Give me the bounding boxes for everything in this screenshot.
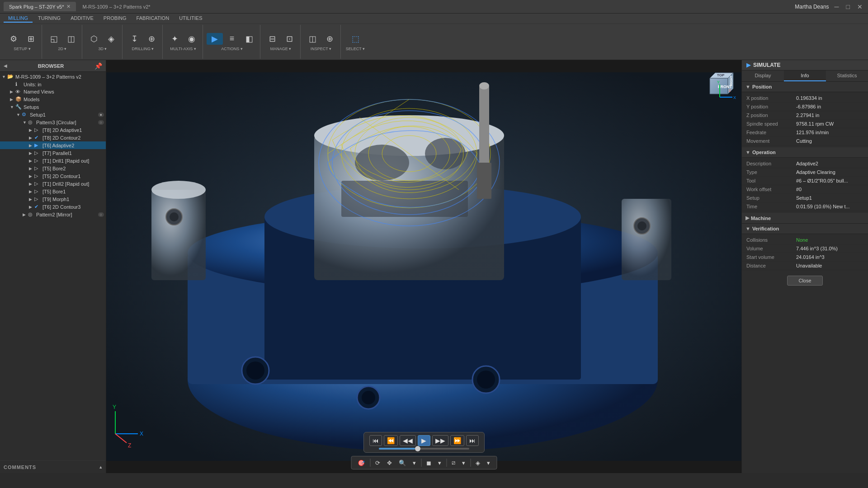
tree-models[interactable]: ▶ 📦 Models xyxy=(0,95,106,103)
viewcube[interactable]: FRONT TOP RIGHT X Y Z xyxy=(701,65,737,101)
tab-utilities[interactable]: UTILITIES xyxy=(175,14,207,23)
view-section-dropdown[interactable]: ▾ xyxy=(459,459,468,467)
viewport[interactable]: X Y Z FRONT TOP xyxy=(106,60,741,473)
view-zoom[interactable]: 🔍 xyxy=(396,459,409,467)
select-btn[interactable]: ⬚ xyxy=(347,33,363,45)
playback-fast-forward[interactable]: ⏩ xyxy=(450,435,464,446)
playback-to-start[interactable]: ⏮ xyxy=(369,435,382,446)
tree-setups[interactable]: ▼ 🔧 Setups xyxy=(0,103,106,111)
view-sep1 xyxy=(370,459,370,467)
playback-forward[interactable]: ▶▶ xyxy=(432,435,448,446)
view-pan[interactable]: ✥ xyxy=(384,459,395,467)
collisions-label: Collisions xyxy=(746,237,796,243)
playback-to-end[interactable]: ⏭ xyxy=(466,435,479,446)
multiaxis-label: MULTI-AXIS ▾ xyxy=(170,47,196,51)
playback-fast-back[interactable]: ⏪ xyxy=(384,435,398,446)
view-zoom-dropdown[interactable]: ▾ xyxy=(410,459,419,467)
view-orbit[interactable]: ⟳ xyxy=(373,459,383,467)
close-button[interactable]: Close xyxy=(787,276,822,286)
tree-op-adaptive2[interactable]: ▶ ▶ [T6] Adaptive2 xyxy=(0,141,106,149)
tree-pattern3[interactable]: ▼ ◎ Pattern3 [Circular] ○ xyxy=(0,118,106,126)
sidebar-pin-icon[interactable]: 📌 xyxy=(94,62,102,70)
view-effects[interactable]: ◈ xyxy=(473,459,483,467)
position-title: Position xyxy=(752,84,772,89)
operation-section-header[interactable]: ▼ Operation xyxy=(742,147,868,158)
2d-btn2[interactable]: ◫ xyxy=(63,33,79,45)
multiaxis-btn1[interactable]: ✦ xyxy=(166,33,183,45)
tree-op-contour1[interactable]: ▶ ▷ [T5] 2D Contour1 xyxy=(0,172,106,180)
movement-label: Movement xyxy=(746,138,796,144)
tree-op-contour3[interactable]: ▶ ✔ [T6] 2D Contour3 xyxy=(0,203,106,211)
svg-text:Y: Y xyxy=(717,80,720,84)
playback-slider[interactable] xyxy=(379,448,469,450)
3d-btn1[interactable]: ⬡ xyxy=(86,33,102,45)
work-offset-label: Work offset xyxy=(746,187,796,192)
view-display-dropdown[interactable]: ▾ xyxy=(435,459,444,467)
rpanel-tab-display[interactable]: Display xyxy=(742,70,784,81)
actions-btn3[interactable]: ◧ xyxy=(241,33,257,45)
toolbar-group-select: ⬚ SELECT ▾ xyxy=(342,25,369,59)
setup-button[interactable]: ⚙ xyxy=(5,33,22,45)
inspect-btn2[interactable]: ⊕ xyxy=(321,33,338,45)
tree-op-parallel1[interactable]: ▶ ▷ [T7] Parallel1 xyxy=(0,149,106,157)
tree-op-drill2[interactable]: ▶ ▷ [T1] Drill2 [Rapid out] xyxy=(0,180,106,188)
rpanel-tab-statistics[interactable]: Statistics xyxy=(826,70,868,81)
y-position-value: -6.87986 in xyxy=(796,104,863,109)
playback-thumb[interactable] xyxy=(415,446,420,451)
position-section-header[interactable]: ▼ Position xyxy=(742,82,868,92)
comments-expand-icon[interactable]: ▴ xyxy=(99,464,102,470)
inspect-btn1[interactable]: ◫ xyxy=(304,33,321,45)
tab-additive[interactable]: ADDITIVE xyxy=(66,14,98,23)
minimize-button[interactable]: ─ xyxy=(833,3,841,10)
sidebar: ◀ BROWSER 📌 ▼ 📂 M-RS-1009 – 3+2 Patterns… xyxy=(0,60,106,473)
svg-rect-31 xyxy=(622,199,671,280)
tree-op-bore2[interactable]: ▶ ▷ [T5] Bore2 xyxy=(0,164,106,172)
sidebar-collapse-icon[interactable]: ◀ xyxy=(4,63,7,68)
prop-z-position: Z position 2.27941 in xyxy=(742,111,868,120)
manage-btn1[interactable]: ⊟ xyxy=(264,33,280,45)
simulate-icon: ▶ xyxy=(746,62,750,68)
multiaxis-btn2[interactable]: ◉ xyxy=(184,33,200,45)
verification-title: Verification xyxy=(752,226,779,231)
actions-btn2[interactable]: ≡ xyxy=(224,33,240,45)
maximize-button[interactable]: □ xyxy=(844,3,852,10)
drill-btn1[interactable]: ↧ xyxy=(126,33,142,45)
tree-op-bore1[interactable]: ▶ ▷ [T5] Bore1 xyxy=(0,188,106,195)
tab-probing[interactable]: PROBING xyxy=(99,14,131,23)
tab-fabrication[interactable]: FABRICATION xyxy=(132,14,174,23)
actions-btn1[interactable]: ▶ xyxy=(207,33,223,45)
2d-btn1[interactable]: ◱ xyxy=(46,33,62,45)
view-effects-dropdown[interactable]: ▾ xyxy=(484,459,493,467)
close-button[interactable]: ✕ xyxy=(855,3,864,10)
tree-named-views[interactable]: ▶ 👁 Named Views xyxy=(0,88,106,95)
machine-section-header[interactable]: ▶ Machine xyxy=(742,213,868,224)
tree-op-adaptive1[interactable]: ▶ ▷ [T8] 2D Adaptive1 xyxy=(0,126,106,134)
tab-close-icon[interactable]: ✕ xyxy=(66,4,71,9)
svg-point-35 xyxy=(637,221,646,230)
view-home[interactable]: 🎯 xyxy=(355,459,368,467)
tab-turning[interactable]: TURNING xyxy=(33,14,65,23)
tab-milling[interactable]: MILLING xyxy=(4,14,33,23)
verification-section-header[interactable]: ▼ Verification xyxy=(742,224,868,234)
tree-root[interactable]: ▼ 📂 M-RS-1009 – 3+2 Patterns v2 xyxy=(0,73,106,80)
drill-btn2[interactable]: ⊕ xyxy=(143,33,160,45)
manage-btn2[interactable]: ⊡ xyxy=(281,33,297,45)
select-label: SELECT ▾ xyxy=(346,47,365,51)
prop-time: Time 0:01:59 (10.6%) New t... xyxy=(742,202,868,211)
prop-feedrate: Feedrate 121.976 in/min xyxy=(742,128,868,137)
tab-spark-plug[interactable]: Spark Plug – ST-20Y v5* ✕ xyxy=(4,2,76,11)
view-display-mode[interactable]: ◼ xyxy=(424,459,434,467)
verification-section-content: Collisions None Volume 7.446 in^3 (31.0%… xyxy=(742,234,868,272)
tree-pattern2[interactable]: ▶ ◎ Pattern2 [Mirror] ○ xyxy=(0,211,106,218)
toolbar-group-2d: ◱ ◫ 2D ▾ xyxy=(43,25,82,59)
view-section[interactable]: ⧄ xyxy=(449,458,458,467)
playback-back[interactable]: ◀◀ xyxy=(400,435,416,446)
playback-play[interactable]: ▶ xyxy=(418,435,430,446)
rpanel-tab-info[interactable]: Info xyxy=(784,70,826,81)
tree-op-drill1[interactable]: ▶ ▷ [T1] Drill1 [Rapid out] xyxy=(0,157,106,164)
tree-setup1[interactable]: ▼ ⚙ Setup1 ● xyxy=(0,111,106,118)
tree-op-morph1[interactable]: ▶ ▷ [T9] Morph1 xyxy=(0,195,106,203)
tree-op-contour2[interactable]: ▶ ✔ [T8] 2D Contour2 xyxy=(0,134,106,141)
3d-btn2[interactable]: ◈ xyxy=(103,33,119,45)
setup-dropdown[interactable]: ⊞ xyxy=(23,33,39,45)
